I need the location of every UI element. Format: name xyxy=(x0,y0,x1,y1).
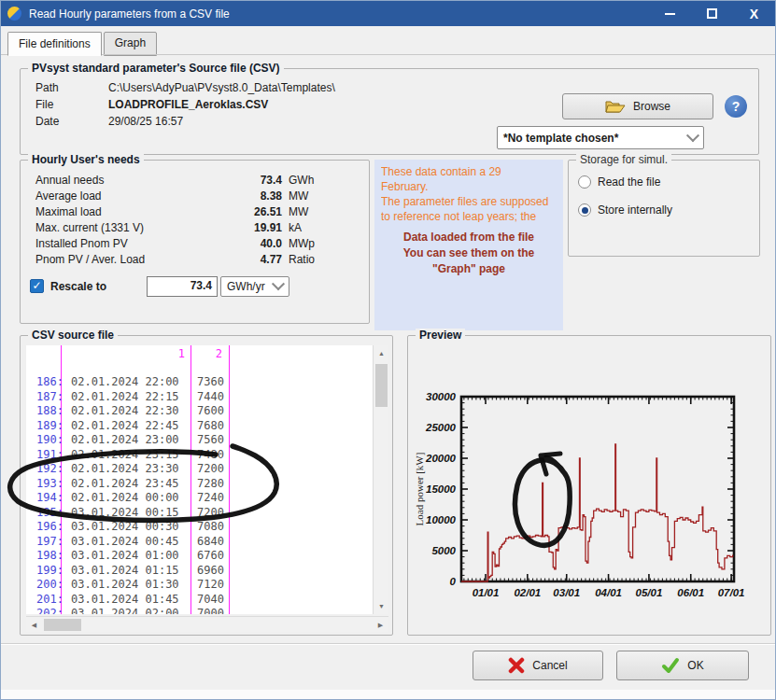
y-tick-label: 25000 xyxy=(425,422,457,433)
rescale-label: Rescale to xyxy=(50,280,106,293)
csv-line-number: 200: xyxy=(26,578,63,593)
csv-row: 200:03.01.2024 01:307120 xyxy=(26,578,373,593)
csv-value: 7040 xyxy=(157,593,224,608)
y-tick-label: 30000 xyxy=(426,391,457,402)
minimize-button[interactable] xyxy=(649,1,691,26)
scroll-up-icon[interactable]: ▲ xyxy=(374,345,389,361)
csv-value: 7200 xyxy=(157,462,224,477)
ok-label: OK xyxy=(687,659,703,672)
csv-value: 7560 xyxy=(157,433,224,448)
csv-line-number: 199: xyxy=(26,564,63,579)
y-tick-label: 5000 xyxy=(431,545,456,556)
storage-option-label: Store internally xyxy=(598,203,672,217)
needs-unit: MW xyxy=(282,205,308,218)
load-power-chart: 05000100001500020000250003000001/0102/01… xyxy=(408,343,770,633)
info-panel: These data contain a 29 February. The pa… xyxy=(374,160,563,330)
needs-unit: MW xyxy=(282,189,308,203)
tab-file-definitions[interactable]: File definitions xyxy=(7,32,102,56)
needs-label: Max. current (1331 V) xyxy=(35,221,196,234)
needs-unit: GWh xyxy=(282,174,314,187)
y-tick-label: 10000 xyxy=(426,514,457,525)
csv-row: 196:03.01.2024 00:307080 xyxy=(26,520,373,535)
tab-bar: File definitions Graph xyxy=(7,32,159,56)
x-tick-label: 06/01 xyxy=(677,587,704,598)
csv-source-group-title: CSV source file xyxy=(28,329,118,342)
csv-row: 191:02.01.2024 23:157480 xyxy=(26,448,373,463)
tab-graph[interactable]: Graph xyxy=(104,32,157,56)
csv-value: 7480 xyxy=(157,448,224,463)
maximize-button[interactable] xyxy=(691,1,733,26)
scroll-left-icon[interactable]: ◀ xyxy=(26,617,42,633)
chevron-down-icon xyxy=(686,129,699,142)
csv-line-number: 198: xyxy=(26,549,63,564)
scroll-right-icon[interactable]: ▶ xyxy=(373,617,388,633)
needs-row: Average load8.38MW xyxy=(35,188,344,203)
csv-source-group: CSV source file 1 2 186:02.01.2024 22:00… xyxy=(20,335,393,636)
scroll-down-icon[interactable]: ▼ xyxy=(374,598,389,614)
needs-value: 73.4 xyxy=(196,174,282,187)
file-value: LOADPROFILE_Aeroklas.CSV xyxy=(108,98,268,111)
needs-unit: MWp xyxy=(282,237,315,250)
cancel-button[interactable]: Cancel xyxy=(473,651,603,680)
csv-value: 7680 xyxy=(157,419,224,434)
csv-value: 7000 xyxy=(157,607,224,614)
x-tick-label: 03/01 xyxy=(553,587,580,598)
needs-rows: Annual needs73.4GWhAverage load8.38MWMax… xyxy=(35,172,344,267)
cancel-label: Cancel xyxy=(532,659,567,672)
csv-value: 7440 xyxy=(157,390,224,405)
csv-line-number: 201: xyxy=(26,593,63,608)
template-dropdown[interactable]: *No template chosen* xyxy=(497,126,704,149)
green-check-icon xyxy=(661,657,680,674)
title-bar: Read Hourly parameters from a CSV file X xyxy=(1,1,775,26)
y-tick-label: 20000 xyxy=(425,453,457,464)
x-tick-label: 01/01 xyxy=(473,587,500,598)
window-bottom-edge xyxy=(1,690,775,700)
rescale-checkbox[interactable]: ✓ xyxy=(30,279,44,293)
close-button[interactable]: X xyxy=(733,1,775,26)
source-file-group: PVsyst standard parameter's Source file … xyxy=(20,68,759,155)
needs-value: 4.77 xyxy=(196,253,282,266)
rescale-row: ✓ Rescale to 73.4 GWh/yr xyxy=(30,279,106,293)
needs-row: Max. current (1331 V)19.91kA xyxy=(35,219,344,235)
date-value: 29/08/25 16:57 xyxy=(108,115,183,128)
storage-group-title: Storage for simul. xyxy=(576,153,671,166)
csv-value: 6760 xyxy=(157,549,224,564)
csv-line-number: 202: xyxy=(26,607,63,614)
ok-button[interactable]: OK xyxy=(616,651,749,680)
pvsyst-logo-icon xyxy=(7,7,21,21)
storage-option[interactable]: Store internally xyxy=(578,203,759,217)
csv-line-number: 187: xyxy=(26,390,63,405)
radio-icon[interactable] xyxy=(578,203,591,217)
csv-row: 190:02.01.2024 23:007560 xyxy=(26,433,373,448)
tab-divider xyxy=(1,54,775,55)
radio-icon[interactable] xyxy=(578,175,591,189)
file-label: File xyxy=(35,98,108,111)
date-label: Date xyxy=(35,115,108,128)
csv-row: 192:02.01.2024 23:307200 xyxy=(26,462,373,477)
needs-label: Pnom PV / Aver. Load xyxy=(35,253,196,266)
csv-file-viewer[interactable]: 1 2 186:02.01.2024 22:007360187:02.01.20… xyxy=(26,345,373,614)
vertical-scrollbar[interactable]: ▲ ▼ xyxy=(373,345,388,614)
y-axis-title: Load power [kW] xyxy=(414,453,425,526)
rescale-unit-dropdown[interactable]: GWh/yr xyxy=(220,276,289,297)
data-loaded-message: Data loaded from the file You can see th… xyxy=(381,230,557,277)
csv-value: 6960 xyxy=(157,564,224,579)
path-value: C:\Users\AdyPua\PVsyst8.0_Data\Templates… xyxy=(108,81,335,94)
window-title: Read Hourly parameters from a CSV file xyxy=(29,7,230,21)
csv-value: 7280 xyxy=(157,477,224,492)
column-header-1: 1 xyxy=(26,347,185,360)
horizontal-scrollbar[interactable]: ◀ ▶ xyxy=(26,616,388,632)
help-icon[interactable]: ? xyxy=(725,95,747,118)
horizontal-scroll-thumb[interactable] xyxy=(44,619,81,631)
needs-value: 8.38 xyxy=(196,189,282,203)
rescale-unit-value: GWh/yr xyxy=(227,280,265,293)
column-header-2: 2 xyxy=(192,347,222,360)
storage-option[interactable]: Read the file xyxy=(578,175,759,189)
vertical-scroll-thumb[interactable] xyxy=(375,364,388,407)
open-folder-icon xyxy=(605,99,626,114)
source-file-group-title: PVsyst standard parameter's Source file … xyxy=(28,62,284,75)
csv-line-number: 195: xyxy=(26,506,63,521)
needs-row: Pnom PV / Aver. Load4.77Ratio xyxy=(35,251,344,267)
browse-button[interactable]: Browse xyxy=(562,93,713,119)
rescale-value-input[interactable]: 73.4 xyxy=(147,276,218,297)
